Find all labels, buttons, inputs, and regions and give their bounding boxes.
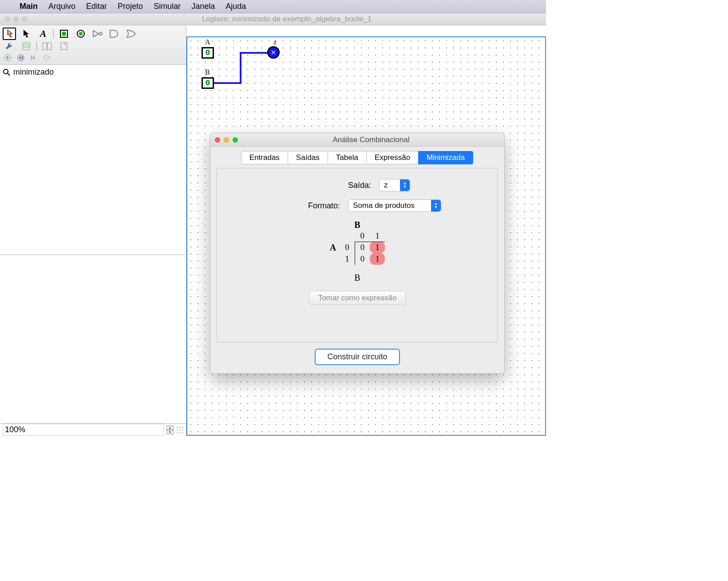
select-tool[interactable] [20,28,33,40]
sim-play-icon[interactable] [3,52,12,64]
zoom-up-icon[interactable]: ▴ [166,426,174,430]
poke-tool[interactable] [3,28,16,40]
kmap-row-hdr-0: 0 [340,242,355,253]
output-select-label: Saída: [305,181,371,190]
svg-point-4 [99,32,102,35]
zoom-spinner[interactable]: ▴ ▾ [166,426,174,434]
output-select[interactable]: z ▲▼ [379,179,410,191]
zoom-down-icon[interactable]: ▾ [166,430,174,434]
window-titlebar: Logisim: minimizado de exemplo_algebra_b… [0,13,546,25]
wire[interactable] [214,82,241,84]
build-circuit-button[interactable]: Construir circuito [315,349,400,365]
menu-ajuda[interactable]: Ajuda [226,2,246,11]
tab-minimizada[interactable]: Minimizada [418,151,473,164]
menu-janela[interactable]: Janela [191,2,215,11]
dialog-minimize-button[interactable] [224,137,229,143]
text-tool[interactable]: A [36,28,50,40]
kmap-top-var: B [330,220,385,230]
format-select-label: Formato: [273,201,340,211]
app-menu[interactable]: Main [20,2,38,11]
svg-point-20 [179,430,180,430]
window-traffic-lights [0,16,28,22]
tree-item-minimizado[interactable]: minimizado [3,67,183,78]
svg-rect-5 [23,43,30,50]
simulation-tree-icon[interactable] [40,40,54,52]
format-select-value: Soma de produtos [353,201,415,210]
pin-b[interactable]: 0 [202,77,214,89]
svg-point-18 [182,427,183,428]
input-pin-tool[interactable] [57,28,71,40]
dialog-tabs: Entradas Saídas Tabela Expressão Minimiz… [210,147,504,164]
kmap-col-hdr-1: 1 [370,230,385,242]
tick-step-icon[interactable] [43,52,52,64]
svg-rect-10 [61,43,67,50]
project-tree[interactable]: minimizado [0,65,186,255]
menu-simular[interactable]: Simular [154,2,181,11]
svg-rect-8 [43,43,47,50]
dialog-zoom-button[interactable] [233,137,238,143]
svg-point-23 [179,432,180,433]
dialog-traffic-lights [210,137,238,143]
notes-icon[interactable] [57,40,71,52]
svg-point-3 [79,32,83,36]
tab-saidas[interactable]: Saídas [288,151,328,164]
karnaugh-map: B A 0 1 0 0 1 [330,220,385,265]
minimized-expression: B [354,273,360,283]
magnifier-icon [3,68,11,76]
grid-icon[interactable] [176,426,183,434]
menu-arquivo[interactable]: Arquivo [48,2,75,11]
kmap-cell-00[interactable]: 0 [355,242,370,253]
menu-projeto[interactable]: Projeto [118,2,143,11]
zoom-value[interactable]: 100% [3,424,164,436]
svg-point-24 [182,432,183,433]
take-as-expression-button[interactable]: Tomar como expressão [309,291,406,305]
dialog-title: Análise Combinacional [238,135,504,144]
tree-item-label: minimizado [13,68,54,77]
window-minimize-button[interactable] [13,16,19,22]
mac-menubar: Main Arquivo Editar Projeto Simular Jane… [0,0,546,13]
output-z-label: z [273,38,277,46]
main-toolbar: A [0,25,186,65]
kmap-cell-10[interactable]: 0 [355,253,370,265]
tab-entradas[interactable]: Entradas [241,151,288,164]
pin-a[interactable]: 0 [202,47,214,59]
wire[interactable] [240,52,268,54]
svg-line-15 [8,73,10,76]
window-close-button[interactable] [4,16,10,22]
tab-expressao[interactable]: Expressão [366,151,419,164]
svg-point-1 [62,32,66,36]
not-gate-tool[interactable] [91,28,104,40]
toolbar-separator [53,29,54,39]
dialog-close-button[interactable] [215,137,220,143]
window-zoom-button[interactable] [22,16,28,22]
svg-point-14 [4,69,8,74]
svg-point-17 [179,427,180,428]
output-pin-tool[interactable] [74,28,87,40]
and-gate-tool[interactable] [108,28,121,40]
svg-point-21 [182,430,183,430]
kmap-cell-11[interactable]: 1 [370,253,385,265]
sim-step-icon[interactable] [16,52,26,64]
select-arrows-icon: ▲▼ [431,200,441,211]
wire[interactable] [240,52,241,83]
select-arrows-icon: ▲▼ [400,179,410,191]
tab-content-minimizada: Saída: z ▲▼ Formato: Soma de produtos ▲▼… [217,168,498,342]
svg-rect-9 [47,43,51,50]
tick-enable-icon[interactable] [29,52,39,64]
svg-point-22 [177,432,178,433]
or-gate-tool[interactable] [125,28,138,40]
window-title: Logisim: minimizado de exemplo_algebra_b… [28,15,546,24]
pin-b-label: B [205,68,210,76]
menu-editar[interactable]: Editar [86,2,107,11]
output-z[interactable]: ✕ [267,46,280,59]
format-select[interactable]: Soma de produtos ▲▼ [348,199,441,212]
pin-a-label: A [205,38,210,46]
project-tree-icon[interactable] [20,40,33,52]
kmap-cell-01[interactable]: 1 [370,242,385,253]
kmap-side-var: A [330,243,336,253]
properties-panel [0,255,186,423]
wrench-icon[interactable] [3,40,16,52]
tab-tabela[interactable]: Tabela [328,151,367,164]
kmap-row-hdr-1: 1 [340,253,355,265]
svg-point-13 [44,56,48,60]
